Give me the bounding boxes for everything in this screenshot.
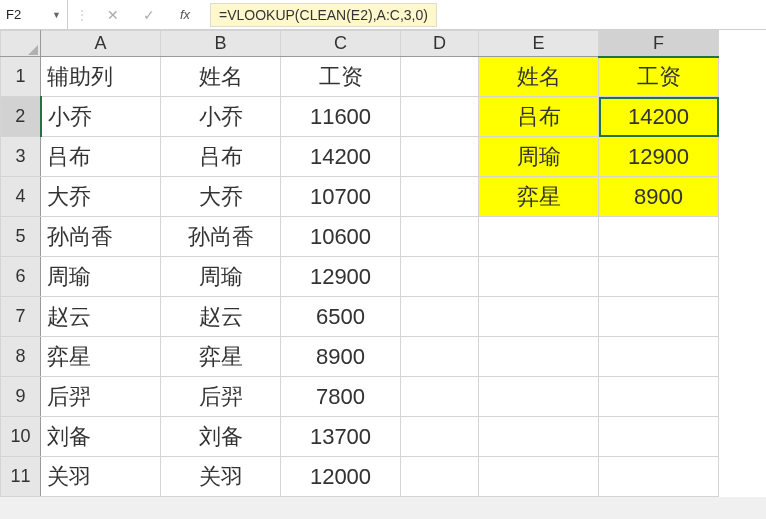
cell-F4[interactable]: 8900 xyxy=(599,177,719,217)
cell-B5[interactable]: 孙尚香 xyxy=(161,217,281,257)
cell-C4[interactable]: 10700 xyxy=(281,177,401,217)
col-header-B[interactable]: B xyxy=(161,31,281,57)
row-header-9[interactable]: 9 xyxy=(1,377,41,417)
separator: ⋮ xyxy=(76,8,88,22)
cell-C7[interactable]: 6500 xyxy=(281,297,401,337)
cell-C5[interactable]: 10600 xyxy=(281,217,401,257)
row-header-2[interactable]: 2 xyxy=(1,97,41,137)
formula-bar: F2 ▼ ⋮ ✕ ✓ fx =VLOOKUP(CLEAN(E2),A:C,3,0… xyxy=(0,0,766,30)
row-header-7[interactable]: 7 xyxy=(1,297,41,337)
grid-body: 1辅助列姓名工资姓名工资2小乔小乔11600吕布142003吕布吕布14200周… xyxy=(1,57,719,497)
col-header-D[interactable]: D xyxy=(401,31,479,57)
cell-D2[interactable] xyxy=(401,97,479,137)
cell-B9[interactable]: 后羿 xyxy=(161,377,281,417)
cell-E11[interactable] xyxy=(479,457,599,497)
cell-C1[interactable]: 工资 xyxy=(281,57,401,97)
cell-D5[interactable] xyxy=(401,217,479,257)
cell-F11[interactable] xyxy=(599,457,719,497)
cell-E5[interactable] xyxy=(479,217,599,257)
cell-E1[interactable]: 姓名 xyxy=(479,57,599,97)
cell-A2[interactable]: 小乔 xyxy=(41,97,161,137)
name-box-value: F2 xyxy=(6,7,21,22)
cell-E2[interactable]: 吕布 xyxy=(479,97,599,137)
cell-F10[interactable] xyxy=(599,417,719,457)
cell-C11[interactable]: 12000 xyxy=(281,457,401,497)
cell-A11[interactable]: 关羽 xyxy=(41,457,161,497)
cell-A9[interactable]: 后羿 xyxy=(41,377,161,417)
row-header-4[interactable]: 4 xyxy=(1,177,41,217)
cell-B4[interactable]: 大乔 xyxy=(161,177,281,217)
cell-B1[interactable]: 姓名 xyxy=(161,57,281,97)
cell-F7[interactable] xyxy=(599,297,719,337)
cell-F3[interactable]: 12900 xyxy=(599,137,719,177)
cell-D8[interactable] xyxy=(401,337,479,377)
row-header-11[interactable]: 11 xyxy=(1,457,41,497)
cell-F6[interactable] xyxy=(599,257,719,297)
cell-B10[interactable]: 刘备 xyxy=(161,417,281,457)
confirm-icon[interactable]: ✓ xyxy=(142,7,156,23)
grid[interactable]: A B C D E F 1辅助列姓名工资姓名工资2小乔小乔11600吕布1420… xyxy=(0,30,719,497)
col-header-A[interactable]: A xyxy=(41,31,161,57)
cell-E9[interactable] xyxy=(479,377,599,417)
cell-B7[interactable]: 赵云 xyxy=(161,297,281,337)
cell-D11[interactable] xyxy=(401,457,479,497)
row-header-6[interactable]: 6 xyxy=(1,257,41,297)
cell-F9[interactable] xyxy=(599,377,719,417)
cell-D1[interactable] xyxy=(401,57,479,97)
col-header-F[interactable]: F xyxy=(599,31,719,57)
cell-F1[interactable]: 工资 xyxy=(599,57,719,97)
cell-D3[interactable] xyxy=(401,137,479,177)
cell-C3[interactable]: 14200 xyxy=(281,137,401,177)
cell-E3[interactable]: 周瑜 xyxy=(479,137,599,177)
col-header-E[interactable]: E xyxy=(479,31,599,57)
cancel-icon[interactable]: ✕ xyxy=(106,7,120,23)
spreadsheet: A B C D E F 1辅助列姓名工资姓名工资2小乔小乔11600吕布1420… xyxy=(0,30,766,497)
row-header-10[interactable]: 10 xyxy=(1,417,41,457)
cell-A1[interactable]: 辅助列 xyxy=(41,57,161,97)
cell-A10[interactable]: 刘备 xyxy=(41,417,161,457)
cell-C9[interactable]: 7800 xyxy=(281,377,401,417)
cell-F8[interactable] xyxy=(599,337,719,377)
cell-D9[interactable] xyxy=(401,377,479,417)
select-all-corner[interactable] xyxy=(1,31,41,57)
cell-D7[interactable] xyxy=(401,297,479,337)
cell-A5[interactable]: 孙尚香 xyxy=(41,217,161,257)
formula-input[interactable]: =VLOOKUP(CLEAN(E2),A:C,3,0) xyxy=(210,3,437,27)
cell-E6[interactable] xyxy=(479,257,599,297)
row-header-1[interactable]: 1 xyxy=(1,57,41,97)
cell-D6[interactable] xyxy=(401,257,479,297)
col-header-C[interactable]: C xyxy=(281,31,401,57)
cell-C10[interactable]: 13700 xyxy=(281,417,401,457)
cell-A7[interactable]: 赵云 xyxy=(41,297,161,337)
name-box[interactable]: F2 ▼ xyxy=(0,0,68,29)
cell-C6[interactable]: 12900 xyxy=(281,257,401,297)
cell-A4[interactable]: 大乔 xyxy=(41,177,161,217)
formula-bar-icons: ✕ ✓ fx xyxy=(88,7,210,23)
cell-B11[interactable]: 关羽 xyxy=(161,457,281,497)
cell-A8[interactable]: 弈星 xyxy=(41,337,161,377)
row-header-5[interactable]: 5 xyxy=(1,217,41,257)
cell-E8[interactable] xyxy=(479,337,599,377)
cell-A3[interactable]: 吕布 xyxy=(41,137,161,177)
row-header-8[interactable]: 8 xyxy=(1,337,41,377)
cell-D10[interactable] xyxy=(401,417,479,457)
cell-B3[interactable]: 吕布 xyxy=(161,137,281,177)
cell-C2[interactable]: 11600 xyxy=(281,97,401,137)
cell-B2[interactable]: 小乔 xyxy=(161,97,281,137)
cell-E10[interactable] xyxy=(479,417,599,457)
row-header-3[interactable]: 3 xyxy=(1,137,41,177)
cell-B6[interactable]: 周瑜 xyxy=(161,257,281,297)
cell-E4[interactable]: 弈星 xyxy=(479,177,599,217)
cell-F5[interactable] xyxy=(599,217,719,257)
cell-F2[interactable]: 14200 xyxy=(599,97,719,137)
chevron-down-icon[interactable]: ▼ xyxy=(52,10,61,20)
cell-E7[interactable] xyxy=(479,297,599,337)
cell-C8[interactable]: 8900 xyxy=(281,337,401,377)
cell-D4[interactable] xyxy=(401,177,479,217)
cell-B8[interactable]: 弈星 xyxy=(161,337,281,377)
cell-A6[interactable]: 周瑜 xyxy=(41,257,161,297)
fx-icon[interactable]: fx xyxy=(178,7,192,22)
